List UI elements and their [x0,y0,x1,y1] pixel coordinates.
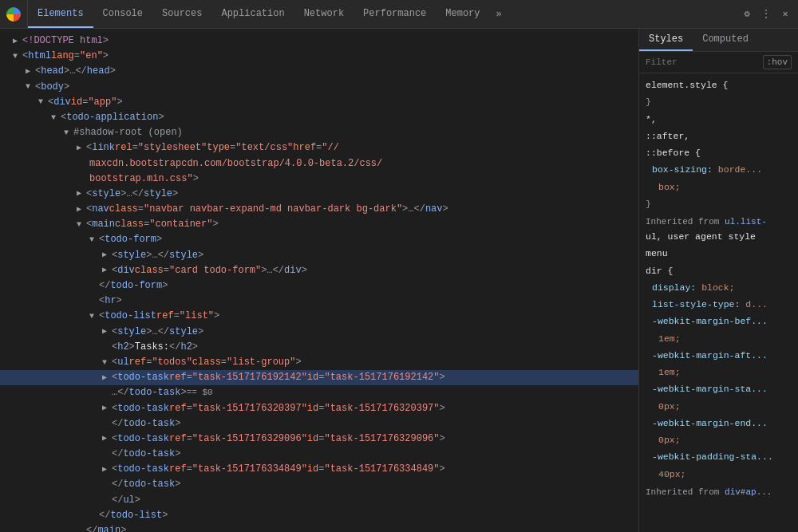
dom-line-shadow-root[interactable]: #shadow-root (open) [0,125,638,140]
arrow-task4 [102,463,110,476]
dom-panel: <!DOCTYPE html> <html lang="en" > <head>… [0,29,638,532]
tab-sources[interactable]: Sources [152,0,211,28]
dom-line-todo-form-comp[interactable]: <todo-form> [0,232,638,247]
arrow-link [77,142,85,155]
arrow-task2 [102,402,110,415]
tab-performance[interactable]: Performance [354,0,436,28]
arrow-html [13,50,21,63]
arrow-todo-form-comp [89,234,97,246]
dom-line-task3-close: </todo-task> [0,447,638,462]
tab-elements[interactable]: Elements [28,0,93,28]
dom-line-task1-close: … </todo-task> == $0 [0,385,638,400]
style-rule-webkit-padding-sta: -webkit-padding-sta... [639,448,798,465]
styles-filter-bar: :hov [639,52,798,73]
inherited-from-ul: Inherited from ul.list- [639,212,798,228]
dom-line-h2[interactable]: <h2> Tasks: </h2> [0,340,638,355]
style-rule-menu: menu [639,245,798,262]
chrome-devtools-logo [6,7,21,22]
devtools-tabs: Elements Console Sources Application Net… [28,0,734,28]
toolbar-left [0,0,28,28]
dom-line-div-app[interactable]: <div id="app" > [0,95,638,110]
dom-line-hr[interactable]: <hr> [0,294,638,309]
style-rule-40px: 40px; [639,466,798,483]
dom-line-link[interactable]: <link rel="stylesheet" type="text/css" h… [0,140,638,156]
arrow-todo-app [51,112,59,124]
dom-line-ul[interactable]: <ul ref="todos" class="list-group" > [0,355,638,370]
dom-line-style3[interactable]: <style> … </style> [0,325,638,340]
style-rule-box: box; [639,179,798,195]
style-rule-box-sizing: box-sizing: borde... [639,161,798,178]
arrow-div-app [38,96,46,108]
dom-line-style1[interactable]: <style> … </style> [0,187,638,202]
style-rule-1em-1: 1em; [639,330,798,347]
style-rule-before: ::before { [639,144,798,161]
tab-application[interactable]: Application [211,0,294,28]
arrow-doctype [13,35,21,48]
more-options-icon[interactable]: ⋮ [760,8,772,21]
tab-memory[interactable]: Memory [436,0,489,28]
devtools-toolbar: Elements Console Sources Application Net… [0,0,798,29]
styles-filter-input[interactable] [646,57,758,67]
dom-line-task1[interactable]: <todo-task ref="task-1517176192142" id="… [0,370,638,385]
style-rule-list-style-type: list-style-type: d... [639,296,798,313]
dom-line-html[interactable]: <html lang="en" > [0,49,638,64]
dom-line-link-cont2: bootstrap.min.css"> [0,171,638,187]
arrow-div-card [102,264,110,277]
dom-line-task4-close: </todo-task> [0,477,638,492]
settings-icon[interactable]: ⚙ [741,8,753,21]
dom-line-main-close: </main> [0,523,638,532]
dom-line-doctype[interactable]: <!DOCTYPE html> [0,33,638,49]
dom-line-nav[interactable]: <nav class="navbar navbar-expand-md navb… [0,202,638,217]
dom-line-todo-list[interactable]: <todo-list ref="list" > [0,309,638,324]
devtools-main: <!DOCTYPE html> <html lang="en" > <head>… [0,29,798,532]
arrow-style3 [102,325,110,338]
style-rule-element: element.style { [639,77,798,93]
styles-tabs: Styles Computed [639,29,798,52]
dom-line-div-card[interactable]: <div class="card todo-form" > … </div> [0,263,638,278]
dom-line-ul-close: </ul> [0,493,638,508]
dom-line-body[interactable]: <body> [0,80,638,95]
close-icon[interactable]: ✕ [779,8,792,21]
dom-line-main[interactable]: <main class="container" > [0,217,638,232]
more-tabs-button[interactable]: » [490,0,508,28]
dom-line-todo-form-close: </todo-form> [0,278,638,294]
dom-line-task2[interactable]: <todo-task ref="task-1517176320397" id="… [0,401,638,416]
dom-line-todo-app[interactable]: <todo-application> [0,110,638,125]
style-rule-ul-menu-dir: ul, user agent style [639,228,798,245]
arrow-task1 [102,372,110,384]
arrow-nav [77,203,85,216]
style-rule-webkit-margin-sta: -webkit-margin-sta... [639,380,798,397]
tab-network[interactable]: Network [294,0,354,28]
dom-line-style2[interactable]: <style> … </style> [0,248,638,263]
style-rule-0px-2: 0px; [639,432,798,448]
tab-styles[interactable]: Styles [639,29,693,51]
styles-panel: Styles Computed :hov element.style { } *… [638,29,798,532]
tab-console[interactable]: Console [93,0,152,28]
hov-button[interactable]: :hov [763,55,792,69]
style-rule-element-close: } [639,93,798,110]
style-rule-webkit-margin-aft: -webkit-margin-aft... [639,347,798,364]
arrow-task3 [102,432,110,445]
style-rule-0px-1: 0px; [639,398,798,415]
dom-line-task3[interactable]: <todo-task ref="task-1517176329096" id="… [0,432,638,447]
style-rule-after: ::after, [639,128,798,144]
dom-line-todo-list-close: </todo-list> [0,508,638,523]
dom-line-task4[interactable]: <todo-task ref="task-1517176334849" id="… [0,462,638,477]
arrow-body [26,81,34,93]
inherited-from-div: Inherited from div#ap... [639,483,798,499]
dom-line-task2-close: </todo-task> [0,416,638,432]
dom-line-link-cont: maxcdn.bootstrapcdn.com/bootstrap/4.0.0-… [0,156,638,171]
arrow-todo-list [89,310,97,323]
style-rule-webkit-margin-bef: -webkit-margin-bef... [639,313,798,329]
style-rule-webkit-margin-end: -webkit-margin-end... [639,415,798,432]
style-rule-star: *, [639,111,798,128]
arrow-ul [102,357,110,369]
style-rule-before-close: } [639,195,798,212]
style-rule-1em-2: 1em; [639,364,798,380]
arrow-shadow-root [64,127,72,140]
arrow-style2 [102,249,110,262]
arrow-head [26,65,34,78]
styles-content: element.style { } *, ::after, ::before {… [639,73,798,532]
tab-computed[interactable]: Computed [693,29,758,51]
dom-line-head[interactable]: <head> … </head> [0,64,638,79]
